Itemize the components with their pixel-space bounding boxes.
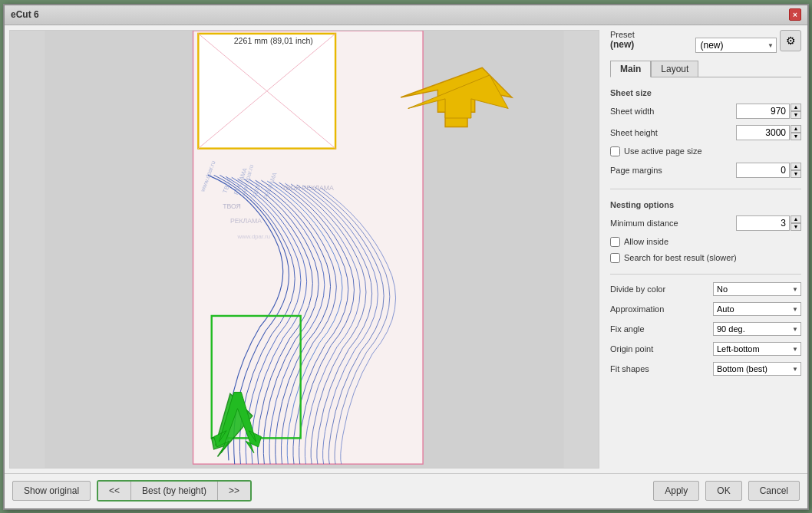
fix-angle-row: Fix angle 90 deg.45 deg.None ▼: [610, 322, 801, 336]
best-button[interactable]: Best (by height): [131, 482, 218, 500]
sheet-width-input-wrapper: ▲ ▼: [736, 104, 801, 119]
approximation-select-wrapper: AutoManual ▼: [713, 302, 801, 316]
approximation-row: Approximation AutoManual ▼: [610, 302, 801, 316]
divide-by-color-select-wrapper: NoYes ▼: [713, 282, 801, 296]
divider-2: [610, 274, 801, 275]
min-distance-row: Minimum distance ▲ ▼: [610, 215, 801, 231]
approximation-select[interactable]: AutoManual: [713, 302, 801, 316]
sheet-height-label: Sheet height: [610, 128, 736, 137]
origin-point-row: Origin point Left-bottomLeft-topRight-bo…: [610, 342, 801, 356]
min-distance-spin-down[interactable]: ▼: [791, 223, 801, 231]
next-button[interactable]: >>: [218, 482, 250, 500]
sheet-width-row: Sheet width ▲ ▼: [610, 104, 801, 119]
tabs-row: Main Layout: [610, 61, 801, 77]
min-distance-spin-up[interactable]: ▲: [791, 215, 801, 223]
allow-inside-label: Allow inside: [624, 237, 668, 246]
divide-by-color-select[interactable]: NoYes: [713, 282, 801, 296]
fit-shapes-label: Fit shapes: [610, 364, 713, 373]
svg-text:ТВОЯ: ТВОЯ: [223, 202, 241, 209]
search-best-label: Search for best result (slower): [624, 253, 737, 262]
allow-inside-row: Allow inside: [610, 237, 801, 247]
svg-text:РЕКЛАМА: РЕКЛАМА: [230, 217, 262, 225]
sheet-size-section-label: Sheet size: [610, 88, 801, 97]
fix-angle-label: Fix angle: [610, 324, 713, 334]
fit-shapes-row: Fit shapes Bottom (best)TopLeftRight ▼: [610, 362, 801, 376]
sheet-width-label: Sheet width: [610, 107, 736, 116]
sheet-height-input-wrapper: ▲ ▼: [736, 125, 801, 140]
sheet-width-spinner: ▲ ▼: [791, 104, 801, 119]
page-margins-spin-up[interactable]: ▲: [791, 163, 801, 170]
approximation-label: Approximation: [610, 304, 713, 314]
min-distance-input[interactable]: [736, 215, 790, 231]
gear-icon: ⚙: [786, 35, 796, 47]
min-distance-label: Minimum distance: [610, 219, 736, 228]
svg-text:2261 mm (89,01 inch): 2261 mm (89,01 inch): [234, 36, 313, 45]
main-canvas-svg: 2261 mm (89,01 inch): [10, 31, 599, 468]
close-button[interactable]: ×: [789, 8, 801, 21]
tab-main[interactable]: Main: [610, 61, 651, 77]
sheet-height-input[interactable]: [736, 125, 790, 140]
nesting-options-section-label: Nesting options: [610, 200, 801, 209]
allow-inside-checkbox[interactable]: [610, 237, 620, 247]
fit-shapes-select[interactable]: Bottom (best)TopLeftRight: [713, 362, 801, 376]
canvas-panel: 2261 mm (89,01 inch): [9, 30, 599, 469]
bottom-bar: Show original << Best (by height) >> App…: [5, 473, 807, 508]
use-active-page-checkbox[interactable]: [610, 146, 620, 156]
right-panel: Preset (new) (new) ▼ ⚙ Main Layout: [604, 25, 807, 473]
divider-1: [610, 189, 801, 189]
fix-angle-select[interactable]: 90 deg.45 deg.None: [713, 322, 801, 336]
preset-select[interactable]: (new): [695, 38, 777, 53]
window-title: eCut 6: [11, 9, 39, 20]
canvas-inner: 2261 mm (89,01 inch): [10, 31, 599, 468]
content-area: 2261 mm (89,01 inch): [5, 25, 807, 473]
search-best-checkbox[interactable]: [610, 253, 620, 263]
min-distance-input-wrapper: ▲ ▼: [736, 215, 801, 231]
cancel-button[interactable]: Cancel: [748, 481, 800, 501]
svg-text:www.dpar.ru: www.dpar.ru: [237, 232, 270, 239]
divide-by-color-label: Divide by color: [610, 284, 713, 294]
sheet-width-spin-down[interactable]: ▼: [791, 111, 801, 119]
apply-button[interactable]: Apply: [653, 481, 699, 501]
origin-point-select[interactable]: Left-bottomLeft-topRight-bottomRight-top: [713, 342, 801, 356]
sheet-height-row: Sheet height ▲ ▼: [610, 125, 801, 140]
use-active-page-label: Use active page size: [624, 146, 702, 156]
fix-angle-select-wrapper: 90 deg.45 deg.None ▼: [713, 322, 801, 336]
min-distance-spinner: ▲ ▼: [791, 215, 801, 231]
page-margins-row: Page margins ▲ ▼: [610, 163, 801, 178]
page-margins-input-wrapper: ▲ ▼: [736, 163, 801, 178]
page-margins-label: Page margins: [610, 166, 736, 175]
fit-shapes-select-wrapper: Bottom (best)TopLeftRight ▼: [713, 362, 801, 376]
navigation-button-group: << Best (by height) >>: [97, 480, 252, 501]
ok-button[interactable]: OK: [705, 481, 741, 501]
show-original-button[interactable]: Show original: [12, 481, 91, 501]
page-margins-spinner: ▲ ▼: [791, 163, 801, 178]
origin-point-select-wrapper: Left-bottomLeft-topRight-bottomRight-top…: [713, 342, 801, 356]
origin-point-label: Origin point: [610, 344, 713, 354]
sheet-height-spin-up[interactable]: ▲: [791, 125, 801, 133]
sheet-width-input[interactable]: [736, 104, 790, 119]
prev-button[interactable]: <<: [98, 482, 131, 500]
divide-by-color-row: Divide by color NoYes ▼: [610, 282, 801, 296]
sheet-height-spin-down[interactable]: ▼: [791, 133, 801, 140]
tab-layout[interactable]: Layout: [651, 61, 698, 77]
sheet-width-spin-up[interactable]: ▲: [791, 104, 801, 111]
use-active-page-row: Use active page size: [610, 146, 801, 156]
sheet-height-spinner: ▲ ▼: [791, 125, 801, 140]
search-best-row: Search for best result (slower): [610, 253, 801, 263]
preset-gear-button[interactable]: ⚙: [780, 30, 801, 51]
preset-value: (new): [610, 39, 692, 50]
page-margins-spin-down[interactable]: ▼: [791, 170, 801, 178]
page-margins-input[interactable]: [736, 163, 790, 178]
main-window: eCut 6 × 2261 mm (89,01 inch): [3, 4, 809, 510]
preset-label: Preset: [610, 30, 692, 39]
title-bar: eCut 6 ×: [5, 5, 807, 25]
svg-text:ТВОЯ РЕКЛАМА: ТВОЯ РЕКЛАМА: [282, 183, 334, 191]
